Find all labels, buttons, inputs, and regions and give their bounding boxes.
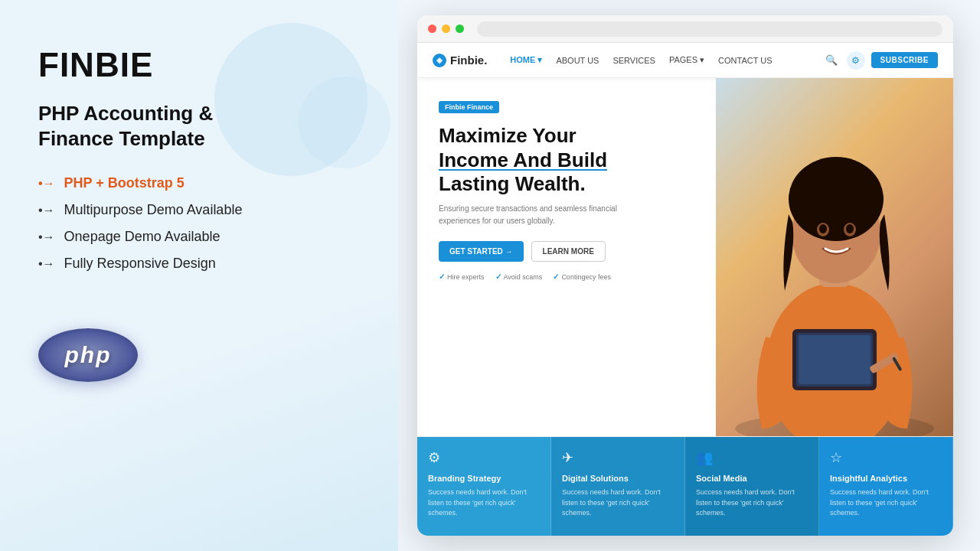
hero-buttons: GET STARTED → LEARN MORE — [439, 241, 697, 262]
search-icon[interactable]: 🔍 — [822, 51, 841, 70]
analytics-icon: ☆ — [830, 449, 942, 466]
social-icon: 👥 — [696, 449, 808, 466]
nav-links: HOME ▾ ABOUT US SERVICES PAGES ▾ CONTACT… — [510, 55, 822, 65]
nav-link-contact[interactable]: CONTACT US — [718, 56, 773, 65]
hero-left-content: Finbie Finance Maximize Your Income And … — [417, 78, 716, 436]
bullet-arrow-icon-4: •→ — [38, 257, 55, 271]
svg-point-7 — [819, 224, 827, 233]
get-started-button[interactable]: GET STARTED → — [439, 241, 524, 262]
branding-icon: ⚙ — [428, 449, 540, 466]
card-desc-3: Success needs hard work. Don't listen to… — [696, 487, 808, 519]
card-title-3: Social Media — [696, 474, 808, 483]
card-title-1: Branding Strategy — [428, 474, 540, 483]
check-avoid-scams: Avoid scams — [495, 272, 543, 281]
browser-maximize-dot[interactable] — [456, 24, 464, 33]
svg-point-8 — [846, 224, 854, 233]
card-digital: ✈ Digital Solutions Success needs hard w… — [551, 437, 685, 536]
nav-link-about[interactable]: ABOUT US — [556, 56, 599, 65]
card-branding: ⚙ Branding Strategy Success needs hard w… — [417, 437, 551, 536]
nav-link-services[interactable]: SERVICES — [612, 56, 655, 65]
card-desc-1: Success needs hard work. Don't listen to… — [428, 487, 540, 519]
bullet-arrow-icon-3: •→ — [38, 230, 55, 244]
right-panel: ◈ Finbie. HOME ▾ ABOUT US SERVICES PAGES… — [398, 0, 980, 551]
hero-badge: Finbie Finance — [439, 101, 499, 113]
hero-heading-line1: Maximize Your — [439, 124, 577, 147]
learn-more-button[interactable]: LEARN MORE — [531, 241, 606, 262]
feature-item-3: •→ Onepage Demo Available — [38, 229, 360, 245]
nav-link-pages[interactable]: PAGES ▾ — [669, 55, 704, 65]
browser-window: ◈ Finbie. HOME ▾ ABOUT US SERVICES PAGES… — [417, 15, 953, 536]
php-text: php — [65, 342, 112, 368]
feature-item-4: •→ Fully Responsive Design — [38, 256, 360, 272]
svg-point-4 — [789, 157, 884, 241]
card-social: 👥 Social Media Success needs hard work. … — [685, 437, 819, 536]
hero-subtext: Ensuring secure transactions and seamles… — [439, 203, 645, 227]
brand-title: FINBIE — [38, 46, 360, 84]
feature-item-1: •→ PHP + Bootstrap 5 — [38, 175, 360, 191]
nav-link-home[interactable]: HOME ▾ — [510, 55, 542, 65]
php-logo: php — [38, 328, 360, 382]
url-bar[interactable] — [477, 21, 942, 37]
check-hire-experts: Hire experts — [439, 272, 485, 281]
left-panel: FINBIE PHP Accounting &Finance Template … — [0, 0, 398, 551]
browser-chrome-bar — [417, 15, 953, 43]
check-contingecy: Contingecy fees — [553, 272, 611, 281]
site-navbar: ◈ Finbie. HOME ▾ ABOUT US SERVICES PAGES… — [417, 43, 953, 78]
nav-actions: 🔍 ⚙ SUBSCRIBE — [822, 51, 938, 70]
card-desc-4: Success needs hard work. Don't listen to… — [830, 487, 942, 519]
hero-heading: Maximize Your Income And Build Lasting W… — [439, 124, 697, 197]
logo-text: Finbie. — [450, 54, 487, 67]
card-analytics: ☆ Insightful Analytics Success needs har… — [819, 437, 953, 536]
browser-minimize-dot[interactable] — [442, 24, 450, 33]
card-title-2: Digital Solutions — [562, 474, 674, 483]
product-subtitle: PHP Accounting &Finance Template — [38, 101, 360, 151]
feature-item-2: •→ Multipurpose Demo Available — [38, 202, 360, 218]
card-title-4: Insightful Analytics — [830, 474, 942, 483]
bullet-arrow-icon: •→ — [38, 177, 55, 191]
settings-icon[interactable]: ⚙ — [847, 51, 865, 70]
hero-heading-line2: Income And Build — [439, 148, 607, 171]
svg-rect-11 — [799, 335, 871, 384]
logo-icon: ◈ — [433, 54, 446, 67]
digital-icon: ✈ — [562, 449, 674, 466]
features-list: •→ PHP + Bootstrap 5 •→ Multipurpose Dem… — [38, 175, 360, 282]
site-content: ◈ Finbie. HOME ▾ ABOUT US SERVICES PAGES… — [417, 43, 953, 536]
subscribe-button[interactable]: SUBSCRIBE — [871, 52, 938, 68]
browser-close-dot[interactable] — [428, 24, 436, 33]
cards-section: ⚙ Branding Strategy Success needs hard w… — [417, 436, 953, 536]
card-desc-2: Success needs hard work. Don't listen to… — [562, 487, 674, 519]
nav-logo: ◈ Finbie. — [433, 54, 487, 67]
hero-photo — [716, 78, 953, 436]
php-badge: php — [38, 328, 138, 382]
hero-checks: Hire experts Avoid scams Contingecy fees — [439, 272, 697, 281]
hero-person-illustration — [720, 107, 949, 436]
bullet-arrow-icon-2: •→ — [38, 204, 55, 217]
hero-heading-line3: Lasting Wealth. — [439, 172, 586, 195]
hero-section: Finbie Finance Maximize Your Income And … — [417, 78, 953, 436]
